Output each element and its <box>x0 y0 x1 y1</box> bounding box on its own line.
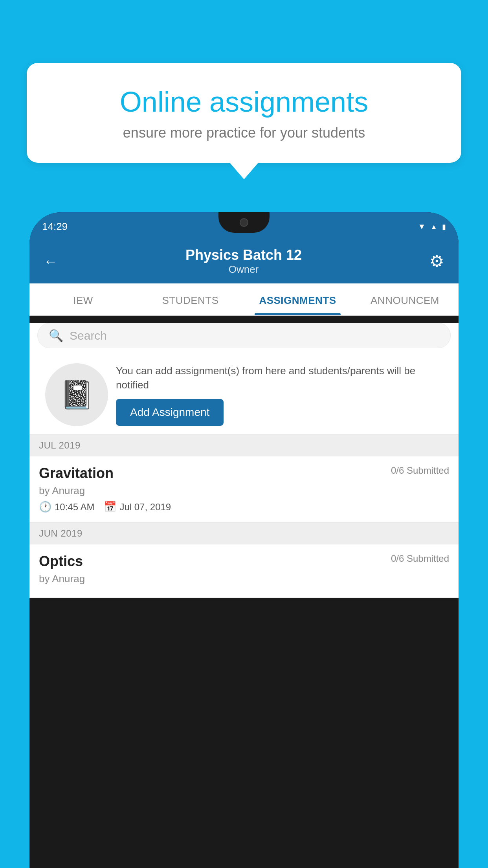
assignment-item-optics[interactable]: Optics 0/6 Submitted by Anurag <box>29 544 459 598</box>
speech-bubble: Online assignments ensure more practice … <box>27 63 461 163</box>
phone-frame: 14:29 ← Physics Batch 12 Owner ⚙ IEW STU… <box>29 212 459 868</box>
assignment-meta: 🕐 10:45 AM 📅 Jul 07, 2019 <box>39 501 449 513</box>
status-icons <box>418 221 446 232</box>
phone-notch <box>218 212 270 233</box>
assignment-submitted-optics: 0/6 Submitted <box>391 553 449 564</box>
promo-text: You can add assignment(s) from here and … <box>116 364 443 426</box>
notebook-icon: 📓 <box>60 379 94 411</box>
promo-icon-circle: 📓 <box>45 363 108 426</box>
camera <box>240 218 248 227</box>
promo-card: 📓 You can add assignment(s) from here an… <box>37 355 451 434</box>
status-time: 14:29 <box>42 221 68 233</box>
add-assignment-button[interactable]: Add Assignment <box>116 399 224 426</box>
assignment-item-gravitation[interactable]: Gravitation 0/6 Submitted by Anurag 🕐 10… <box>29 456 459 522</box>
signal-icon <box>430 221 437 232</box>
back-button[interactable]: ← <box>44 253 58 270</box>
promo-description: You can add assignment(s) from here and … <box>116 364 443 392</box>
header-center: Physics Batch 12 Owner <box>185 247 302 276</box>
status-bar: 14:29 <box>29 212 459 241</box>
search-icon: 🔍 <box>49 329 63 342</box>
assignment-row-top-optics: Optics 0/6 Submitted <box>39 553 449 570</box>
bubble-subtitle: ensure more practice for your students <box>46 125 442 141</box>
settings-icon[interactable]: ⚙ <box>429 252 444 271</box>
date-value: Jul 07, 2019 <box>119 502 171 513</box>
time-value: 10:45 AM <box>55 502 94 513</box>
search-bar[interactable]: 🔍 Search <box>37 323 451 348</box>
assignment-by: by Anurag <box>39 485 449 497</box>
section-header-jun: JUN 2019 <box>29 522 459 544</box>
assignment-time: 🕐 10:45 AM <box>39 501 94 513</box>
assignment-by-optics: by Anurag <box>39 573 449 585</box>
search-placeholder: Search <box>70 329 107 342</box>
tabs-bar: IEW STUDENTS ASSIGNMENTS ANNOUNCEM <box>29 283 459 316</box>
assignment-row-top: Gravitation 0/6 Submitted <box>39 465 449 482</box>
clock-icon: 🕐 <box>39 501 51 513</box>
phone-content: 🔍 Search 📓 You can add assignment(s) fro… <box>29 323 459 598</box>
header-title: Physics Batch 12 <box>185 247 302 263</box>
app-header: ← Physics Batch 12 Owner ⚙ <box>29 241 459 283</box>
assignment-date: 📅 Jul 07, 2019 <box>104 501 171 513</box>
tab-announcements[interactable]: ANNOUNCEM <box>351 283 459 315</box>
tab-students[interactable]: STUDENTS <box>137 283 244 315</box>
calendar-icon: 📅 <box>104 501 116 513</box>
header-subtitle: Owner <box>185 263 302 276</box>
battery-icon <box>442 221 446 232</box>
assignment-submitted: 0/6 Submitted <box>391 465 449 476</box>
tab-iew[interactable]: IEW <box>29 283 137 315</box>
assignment-name: Gravitation <box>39 465 114 482</box>
section-header-jul: JUL 2019 <box>29 434 459 456</box>
tab-assignments[interactable]: ASSIGNMENTS <box>244 283 351 315</box>
bubble-title: Online assignments <box>46 86 442 118</box>
wifi-icon <box>418 221 426 232</box>
assignment-name-optics: Optics <box>39 553 83 570</box>
